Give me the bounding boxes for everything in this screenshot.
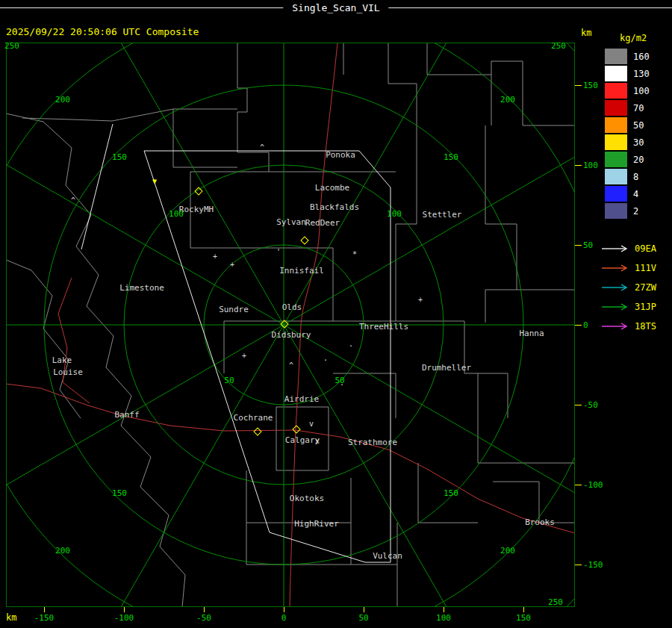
range-ring-label: 100 — [169, 209, 184, 219]
range-ring-label: 150 — [444, 152, 458, 162]
map-point-marker: ^ — [289, 362, 293, 370]
right-axis-label: 0 — [583, 320, 588, 330]
radar-arrow-icon — [600, 322, 630, 331]
city-label-rockymh: RockyMH — [179, 205, 214, 214]
radar-id-label: 31JP — [635, 302, 656, 312]
city-label-brooks: Brooks — [525, 517, 555, 527]
map-point-marker: ^ — [260, 144, 264, 152]
legend-level-row: 70 — [605, 99, 650, 116]
legend-level-value: 100 — [633, 86, 650, 96]
city-label-reddeer: RedDeer — [305, 218, 340, 228]
legend-level-row: 50 — [605, 116, 650, 134]
range-ring-label: 150 — [112, 152, 127, 162]
radar-arrow-icon — [600, 283, 630, 292]
bottom-axis-tick — [44, 607, 45, 612]
right-axis-tick — [575, 485, 582, 485]
bottom-axis-label: 100 — [436, 613, 451, 623]
map-point-marker: · — [340, 382, 344, 389]
bottom-axis-tick — [284, 607, 284, 612]
radar-id-label: 18TS — [635, 321, 656, 332]
bottom-axis-label: -150 — [34, 613, 55, 623]
legend-color-swatch — [605, 100, 627, 116]
legend-color-swatch — [605, 186, 627, 202]
legend-level-row: 30 — [605, 134, 650, 151]
site-diamond-marker — [292, 425, 300, 433]
radar-arrow-icon — [600, 244, 630, 253]
city-label-highriver: HighRiver — [294, 519, 339, 529]
right-axis-label: -50 — [583, 400, 598, 410]
city-label-stettler: Stettler — [423, 210, 462, 220]
range-ring-label: 100 — [387, 209, 402, 219]
city-label-sylvan: Sylvan — [276, 217, 306, 227]
city-label-vulcan: Vulcan — [373, 551, 402, 561]
radar-site-legend: 09EA111V27ZW31JP18TS — [600, 239, 656, 336]
radar-legend-row: 111V — [600, 258, 656, 278]
legend-level-value: 130 — [633, 69, 650, 79]
legend-level-row: 4 — [605, 185, 650, 202]
range-ring-label: 200 — [55, 546, 70, 556]
map-point-marker: · — [349, 343, 353, 350]
radar-legend-row: 09EA — [600, 239, 656, 258]
right-axis-tick — [575, 165, 582, 166]
legend-color-swatch — [605, 49, 627, 64]
legend-color-swatch — [605, 152, 627, 167]
map-point-marker: + — [418, 296, 423, 304]
bottom-axis-label: 150 — [516, 613, 531, 623]
range-ring-label: 250 — [551, 41, 566, 51]
bottom-axis-label: -100 — [114, 613, 134, 623]
site-diamond-marker — [300, 236, 308, 244]
legend-unit-label: kg/m2 — [620, 33, 647, 43]
range-ring-label: 150 — [444, 488, 458, 498]
radar-legend-row: 18TS — [600, 317, 656, 336]
radar-legend-row: 27ZW — [600, 278, 656, 297]
map-point-marker: · — [323, 357, 328, 364]
legend-level-row: 100 — [605, 82, 650, 99]
right-axis-tick — [575, 245, 582, 246]
legend-level-row: 130 — [605, 65, 650, 82]
radar-arrow-icon — [600, 264, 630, 273]
range-ring-label: 200 — [500, 95, 515, 105]
radar-map-canvas[interactable]: PonokaLacombeBlackfaldsSylvanRedDeerStet… — [0, 0, 672, 628]
range-ring-label: 250 — [548, 597, 563, 607]
city-label-threehills: ThreeHills — [359, 322, 408, 332]
site-diamond-marker — [253, 427, 261, 435]
legend-sidebar: kg/m2 16013010070503020842 09EA111V27ZW3… — [597, 0, 672, 628]
bottom-axis-label: 0 — [281, 613, 287, 623]
bottom-axis-tick — [444, 607, 444, 612]
map-point-marker: v — [309, 420, 314, 428]
legend-level-value: 2 — [633, 206, 638, 217]
radar-id-label: 09EA — [635, 243, 656, 254]
legend-color-swatch — [605, 83, 627, 99]
legend-level-value: 20 — [633, 155, 644, 165]
map-point-marker: x — [315, 438, 320, 445]
legend-color-swatch — [605, 134, 627, 150]
legend-level-row: 8 — [605, 168, 650, 185]
bottom-axis-tick — [523, 607, 524, 612]
city-label-didsbury: Didsbury — [272, 330, 311, 340]
radar-arrow-icon — [600, 302, 630, 311]
city-label-cochrane: Cochrane — [234, 413, 273, 423]
legend-level-value: 30 — [633, 137, 644, 148]
radar-id-label: 111V — [635, 263, 656, 273]
right-axis-tick — [575, 325, 582, 326]
city-label-louise: Louise — [53, 367, 83, 377]
city-label-blackfalds: Blackfalds — [310, 202, 359, 212]
range-ring-label: 200 — [55, 95, 70, 105]
city-label-ponoka: Ponoka — [326, 150, 355, 160]
legend-color-swatch — [605, 66, 627, 81]
bottom-axis-tick — [204, 607, 205, 612]
legend-level-value: 4 — [633, 189, 638, 199]
right-axis-label: 50 — [583, 240, 593, 250]
map-point-marker: + — [213, 253, 217, 261]
range-ring-label: 50 — [224, 376, 234, 385]
legend-level-value: 8 — [633, 172, 638, 182]
legend-level-value: 50 — [633, 120, 644, 131]
bottom-axis-tick — [124, 607, 125, 612]
city-label-banff: Banff — [114, 410, 139, 420]
right-axis-tick — [575, 565, 582, 565]
right-axis-tick — [575, 405, 582, 405]
legend-color-swatch — [605, 117, 627, 133]
right-axis-label: 100 — [583, 161, 598, 170]
legend-color-swatch — [605, 203, 627, 219]
site-diamond-marker — [194, 187, 202, 195]
